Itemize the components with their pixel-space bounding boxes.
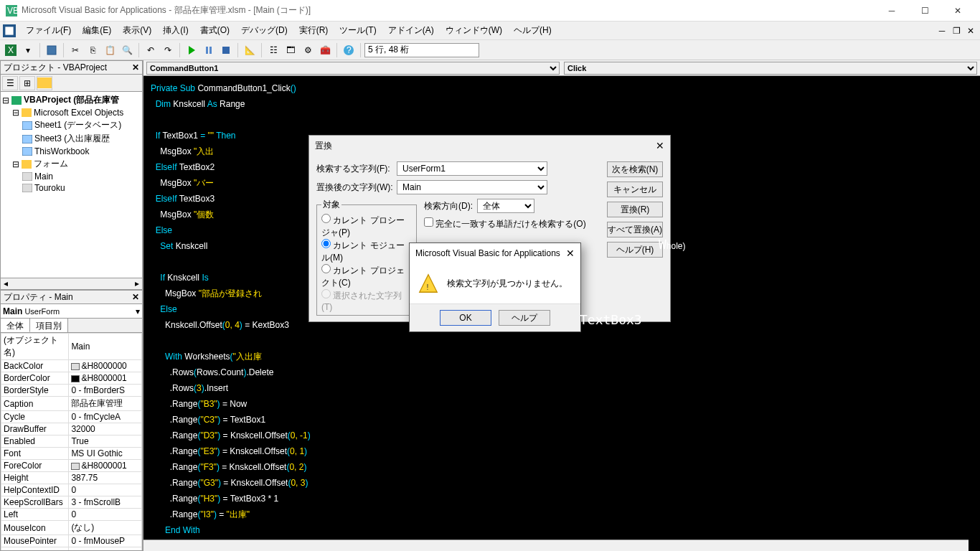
help-icon[interactable]: ?: [341, 42, 357, 58]
prop-name[interactable]: BackColor: [1, 360, 69, 372]
cut-icon[interactable]: ✂: [67, 42, 83, 58]
msgbox-help-button[interactable]: ヘルプ: [499, 310, 550, 326]
project-close-icon[interactable]: ✕: [132, 62, 139, 72]
opt-proc[interactable]: カレント プロシージャ(P): [321, 215, 405, 237]
msgbox-ok-button[interactable]: OK: [440, 310, 491, 326]
prop-name[interactable]: KeepScrollBars: [1, 496, 69, 509]
prop-name[interactable]: HelpContextID: [1, 484, 69, 496]
properties-close-icon[interactable]: ✕: [132, 292, 139, 302]
menu-tools[interactable]: ツール(T): [334, 22, 382, 39]
prop-value[interactable]: 32000: [69, 423, 142, 435]
mdi-minimize[interactable]: ─: [936, 26, 948, 36]
prop-value[interactable]: True: [69, 435, 142, 448]
mdi-restore[interactable]: ❐: [950, 26, 963, 36]
menu-format[interactable]: 書式(O): [194, 22, 235, 39]
design-mode-icon[interactable]: 📐: [242, 42, 258, 58]
tree-main[interactable]: Main: [34, 171, 53, 182]
prop-name[interactable]: Cycle: [1, 411, 69, 423]
prop-name[interactable]: Enabled: [1, 435, 69, 448]
tree-sheet1[interactable]: Sheet1 (データベース): [34, 119, 121, 131]
chevron-down-icon[interactable]: ▾: [136, 306, 140, 316]
prop-value[interactable]: 0 - fmCycleA: [69, 411, 142, 423]
prop-name[interactable]: BorderColor: [1, 372, 69, 385]
prop-name[interactable]: Picture: [1, 547, 69, 552]
minus-icon[interactable]: ⊟: [12, 108, 19, 118]
maximize-button[interactable]: ☐: [908, 0, 941, 22]
mdi-close[interactable]: ✕: [964, 26, 977, 36]
prop-name[interactable]: ForeColor: [1, 460, 69, 472]
prop-name[interactable]: (オブジェクト名): [1, 334, 69, 360]
prop-name[interactable]: DrawBuffer: [1, 423, 69, 435]
insert-dropdown[interactable]: ▾: [20, 42, 36, 58]
tree-excel-objects[interactable]: Microsoft Excel Objects: [34, 108, 123, 118]
procedure-dropdown[interactable]: Click: [564, 62, 977, 75]
menu-edit[interactable]: 編集(E): [77, 22, 117, 39]
prop-name[interactable]: MouseIcon: [1, 521, 69, 535]
prop-value[interactable]: 387.75: [69, 472, 142, 484]
prop-value[interactable]: &H8000000: [69, 360, 142, 372]
menu-debug[interactable]: デバッグ(D): [235, 22, 293, 39]
opt-project[interactable]: カレント プロジェクト(C): [321, 265, 405, 288]
replace-button[interactable]: 置換(R): [607, 202, 663, 217]
properties-grid[interactable]: (オブジェクト名)MainBackColor&H8000000BorderCol…: [0, 333, 143, 551]
tree-forms[interactable]: フォーム: [34, 158, 68, 170]
prop-value[interactable]: 3 - fmScrollB: [69, 496, 142, 509]
save-icon[interactable]: [44, 42, 60, 58]
menu-window[interactable]: ウィンドウ(W): [440, 22, 508, 39]
prop-value[interactable]: 部品在庫管理: [69, 397, 142, 411]
find-icon[interactable]: 🔍: [119, 42, 135, 58]
tab-all[interactable]: 全体: [1, 319, 30, 332]
prop-value[interactable]: 0: [69, 509, 142, 521]
prop-value[interactable]: (なし): [69, 547, 142, 552]
direction-select[interactable]: 全体: [477, 199, 534, 213]
minus-icon[interactable]: ⊟: [12, 159, 19, 169]
undo-icon[interactable]: ↶: [143, 42, 159, 58]
paste-icon[interactable]: 📋: [102, 42, 118, 58]
replace-all-button[interactable]: すべて置換(A): [607, 222, 663, 237]
toolbox-icon[interactable]: 🧰: [317, 42, 333, 58]
prop-value[interactable]: 0: [69, 484, 142, 496]
menu-help[interactable]: ヘルプ(H): [508, 22, 557, 39]
stop-icon[interactable]: [218, 42, 234, 58]
prop-value[interactable]: Main: [69, 334, 142, 360]
prop-name[interactable]: MousePointer: [1, 535, 69, 547]
folder-icon[interactable]: [37, 76, 52, 90]
replace-title[interactable]: 置換 ✕: [309, 136, 670, 156]
prop-value[interactable]: &H8000001: [69, 460, 142, 472]
tree-root[interactable]: VBAProject (部品在庫管: [24, 94, 119, 106]
prop-value[interactable]: &H8000001: [69, 372, 142, 385]
prop-value[interactable]: (なし): [69, 521, 142, 535]
tab-categorized[interactable]: 項目別: [30, 319, 68, 332]
mdi-sys-icon[interactable]: [3, 24, 16, 37]
prop-value[interactable]: 0 - fmMouseP: [69, 535, 142, 547]
code-hscroll[interactable]: [143, 540, 969, 551]
menu-insert[interactable]: 挿入(I): [157, 22, 194, 39]
properties-selector[interactable]: Main UserForm▾: [0, 304, 143, 319]
menu-view[interactable]: 表示(V): [117, 22, 157, 39]
properties-icon[interactable]: 🗔: [283, 42, 298, 58]
minus-icon[interactable]: ⊟: [2, 95, 9, 105]
pause-icon[interactable]: [201, 42, 217, 58]
tree-thiswb[interactable]: ThisWorkbook: [34, 146, 89, 156]
view-code-icon[interactable]: ☰: [2, 76, 18, 90]
replace-input[interactable]: Main: [397, 180, 547, 194]
prop-name[interactable]: Font: [1, 448, 69, 460]
run-icon[interactable]: [184, 42, 199, 58]
prop-name[interactable]: Caption: [1, 397, 69, 411]
copy-icon[interactable]: ⎘: [85, 42, 100, 58]
project-explorer-icon[interactable]: ☷: [265, 42, 281, 58]
menu-run[interactable]: 実行(R): [293, 22, 334, 39]
menu-addins[interactable]: アドイン(A): [382, 22, 440, 39]
object-browser-icon[interactable]: ⚙: [300, 42, 316, 58]
redo-icon[interactable]: ↷: [160, 42, 176, 58]
menu-file[interactable]: ファイル(F): [20, 22, 77, 39]
close-button[interactable]: ✕: [941, 0, 974, 22]
help-button[interactable]: ヘルプ(H): [607, 242, 663, 258]
cancel-button[interactable]: キャンセル: [607, 182, 663, 197]
prop-value[interactable]: MS UI Gothic: [69, 448, 142, 460]
find-next-button[interactable]: 次を検索(N): [607, 161, 663, 177]
minimize-button[interactable]: ─: [875, 0, 908, 22]
project-tree[interactable]: ⊟VBAProject (部品在庫管 ⊟Microsoft Excel Obje…: [0, 92, 143, 278]
msgbox-close-icon[interactable]: ✕: [566, 248, 575, 259]
whole-word-check[interactable]: 完全に一致する単語だけを検索する(O): [424, 219, 586, 229]
